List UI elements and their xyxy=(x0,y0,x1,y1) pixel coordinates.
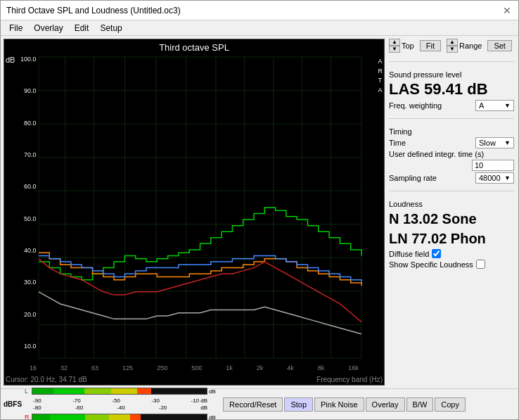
top-spinners[interactable]: ▲ ▼ xyxy=(389,39,400,53)
range-spinners[interactable]: ▲ ▼ xyxy=(447,39,458,53)
top-down-btn[interactable]: ▼ xyxy=(389,46,400,53)
freq-weighting-arrow: ▼ xyxy=(504,102,511,109)
right-panel: ▲ ▼ Top Fit ▲ ▼ Range Set xyxy=(385,36,518,388)
range-label: Range xyxy=(459,42,482,50)
r-label: R xyxy=(25,414,30,420)
spl-section-label: Sound pressure level xyxy=(389,70,514,79)
freq-weighting-row: Freq. weighting A ▼ xyxy=(389,100,514,111)
top-label: Top xyxy=(402,42,414,50)
l-segment-5 xyxy=(137,388,151,394)
l-segment-4 xyxy=(111,388,137,394)
main-content: Third octave SPL dB 100.0 90.0 80.0 70.0 xyxy=(1,36,518,388)
spl-section: Sound pressure level LAS 59.41 dB Freq. … xyxy=(389,68,514,113)
chart-title: Third octave SPL xyxy=(4,39,384,54)
sampling-rate-label: Sampling rate xyxy=(389,174,437,182)
title-bar: Third Octave SPL and Loudness (Untitled.… xyxy=(1,1,518,20)
divider-1 xyxy=(389,61,514,62)
menu-setup[interactable]: Setup xyxy=(94,22,127,34)
sampling-rate-arrow: ▼ xyxy=(504,174,511,182)
r-meter-bar xyxy=(32,414,207,420)
diffuse-field-row: Diffuse field xyxy=(389,249,514,258)
chart-canvas xyxy=(37,54,374,361)
l-label: L xyxy=(25,388,30,395)
menu-overlay[interactable]: Overlay xyxy=(28,22,68,34)
l-meter-bar xyxy=(32,388,207,395)
arta-label: A R T A xyxy=(378,57,383,95)
set-button[interactable]: Set xyxy=(487,40,512,51)
overlay-button[interactable]: Overlay xyxy=(366,397,405,412)
menu-edit[interactable]: Edit xyxy=(69,22,95,34)
divider-2 xyxy=(389,118,514,119)
bottom-buttons: Record/Reset Stop Pink Noise Overlay B/W… xyxy=(223,397,466,412)
main-window: Third Octave SPL and Loudness (Untitled.… xyxy=(0,0,519,420)
menu-file[interactable]: File xyxy=(4,22,28,34)
spl-value: LAS 59.41 dB xyxy=(389,80,514,98)
r-segment-5 xyxy=(130,414,141,420)
bw-button[interactable]: B/W xyxy=(406,397,434,412)
timing-section: Timing Time Slow ▼ User defined integr. … xyxy=(389,125,514,185)
chart-bottom-labels: Cursor: 20.0 Hz, 34.71 dB Frequency band… xyxy=(4,374,384,385)
top-up-btn[interactable]: ▲ xyxy=(389,39,400,46)
fit-button[interactable]: Fit xyxy=(420,40,441,51)
chart-area: Third octave SPL dB 100.0 90.0 80.0 70.0 xyxy=(4,39,385,386)
r-segment-1 xyxy=(32,414,50,420)
divider-3 xyxy=(389,191,514,191)
range-up-btn[interactable]: ▲ xyxy=(447,39,458,46)
show-specific-label: Show Specific Loudness xyxy=(389,260,473,269)
top-ticks: -90 -70 -50 -30 -10 dB xyxy=(25,397,222,404)
window-title: Third Octave SPL and Loudness (Untitled.… xyxy=(6,6,181,15)
l-segment-3 xyxy=(84,388,110,394)
timing-section-label: Timing xyxy=(389,127,514,136)
l-db-label: dB xyxy=(209,388,222,395)
close-button[interactable]: ✕ xyxy=(501,5,513,16)
copy-button[interactable]: Copy xyxy=(435,397,466,412)
x-axis-label: Frequency band (Hz) xyxy=(316,376,383,383)
time-arrow: ▼ xyxy=(504,139,511,146)
sampling-rate-row: Sampling rate 48000 ▼ xyxy=(389,172,514,184)
top-controls: ▲ ▼ Top Fit ▲ ▼ Range Set xyxy=(389,39,514,53)
freq-weighting-dropdown[interactable]: A ▼ xyxy=(475,100,514,111)
r-segment-2 xyxy=(50,414,85,420)
menu-bar: File Overlay Edit Setup xyxy=(1,20,518,36)
range-down-btn[interactable]: ▼ xyxy=(447,46,458,53)
l-segment-1 xyxy=(32,388,53,394)
y-ticks: 100.0 90.0 80.0 70.0 60.0 50.0 40.0 30.0… xyxy=(16,54,37,362)
l-meter-row: L dB xyxy=(25,386,222,397)
r-segment-3 xyxy=(85,414,110,420)
r-segment-4 xyxy=(109,414,130,420)
cursor-text: Cursor: 20.0 Hz, 34.71 dB xyxy=(6,376,87,383)
level-meters: L dB -90 -70 -50 -30 -10 dB -80 xyxy=(25,386,222,420)
time-dropdown[interactable]: Slow ▼ xyxy=(475,137,514,148)
bottom-ticks: -80 -60 -40 -20 dB xyxy=(25,405,222,411)
y-axis-label: dB xyxy=(4,54,16,362)
record-reset-button[interactable]: Record/Reset xyxy=(223,397,283,412)
freq-weighting-label: Freq. weighting xyxy=(389,101,442,110)
range-group: ▲ ▼ Range xyxy=(447,39,482,53)
show-specific-checkbox[interactable] xyxy=(476,260,485,269)
user-integr-input[interactable] xyxy=(472,160,514,171)
sampling-rate-dropdown[interactable]: 48000 ▼ xyxy=(475,172,514,184)
user-integr-row: User defined integr. time (s) xyxy=(389,150,514,171)
time-label: Time xyxy=(389,139,406,147)
loudness-section: Loudness N 13.02 Sone LN 77.02 Phon Diff… xyxy=(389,197,514,270)
stop-button[interactable]: Stop xyxy=(284,397,313,412)
r-meter-row: R dB xyxy=(25,412,222,420)
r-db-label: dB xyxy=(209,414,222,421)
show-specific-row: Show Specific Loudness xyxy=(389,260,514,269)
top-group: ▲ ▼ Top xyxy=(389,39,414,53)
pink-noise-button[interactable]: Pink Noise xyxy=(314,397,364,412)
dBFS-label: dBFS xyxy=(4,400,22,408)
x-ticks: 16 32 63 125 250 500 1k 2k 4k 8k 16k xyxy=(4,362,384,374)
bottom-bar: dBFS L dB -90 -70 -50 -30 xyxy=(1,388,518,419)
diffuse-field-label: Diffuse field xyxy=(389,250,429,258)
diffuse-field-checkbox[interactable] xyxy=(432,249,441,258)
user-integr-label: User defined integr. time (s) xyxy=(389,150,484,158)
l-segment-2 xyxy=(53,388,85,394)
chart-plot: A R T A xyxy=(37,54,384,362)
time-row: Time Slow ▼ xyxy=(389,137,514,148)
loudness-section-label: Loudness xyxy=(389,200,514,208)
loudness-n-value: N 13.02 Sone xyxy=(389,210,514,228)
loudness-ln-value: LN 77.02 Phon xyxy=(389,229,514,248)
